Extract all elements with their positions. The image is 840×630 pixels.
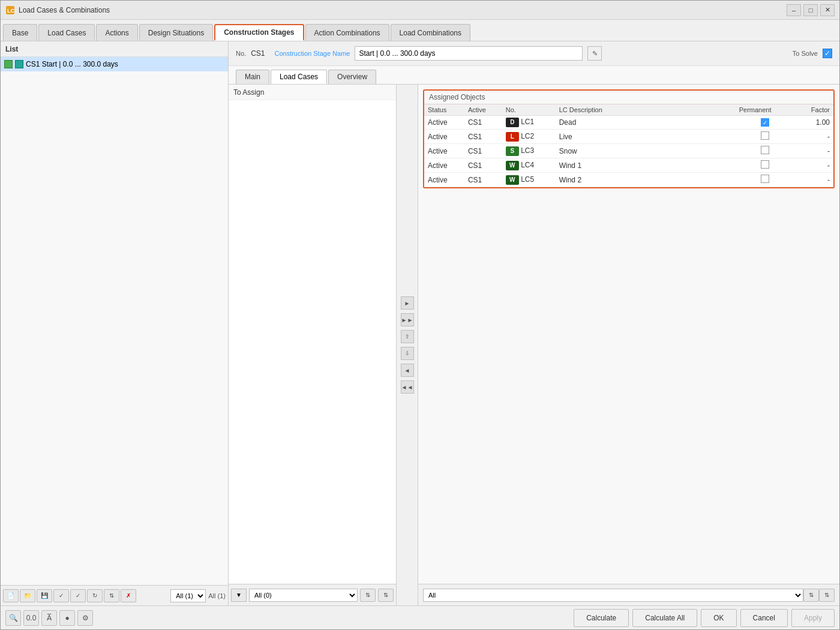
- table-row[interactable]: Active CS1 W LC4 Wind 1 -: [424, 158, 833, 173]
- assigned-sort1-button[interactable]: ⇅: [803, 589, 819, 602]
- footer-search-button[interactable]: 🔍: [5, 610, 21, 626]
- inner-tab-main[interactable]: Main: [236, 70, 269, 84]
- edit-button[interactable]: ✎: [587, 46, 602, 61]
- cell-badge: S LC3: [502, 144, 556, 158]
- minimize-button[interactable]: –: [787, 4, 801, 16]
- tab-construction-stages[interactable]: Construction Stages: [214, 24, 304, 41]
- move-all-left-button[interactable]: ◄◄: [401, 380, 414, 394]
- all-dropdown[interactable]: All (1): [170, 589, 206, 602]
- permanent-checkbox[interactable]: [761, 160, 769, 169]
- assigned-bottom: All ⇅ ⇅: [418, 584, 839, 605]
- move-up-button[interactable]: ⇧: [401, 330, 414, 343]
- col-status: Status: [424, 104, 464, 116]
- lc-badge: W: [506, 161, 519, 170]
- svg-text:LC: LC: [7, 8, 14, 14]
- cell-status: Active: [424, 130, 464, 144]
- move-left-button[interactable]: ◄: [401, 364, 414, 377]
- inner-tab-overview[interactable]: Overview: [328, 70, 376, 84]
- move-right-button[interactable]: ►: [401, 296, 414, 310]
- cs-solve-label: To Solve: [793, 50, 818, 57]
- list-content: CS1 Start | 0.0 ... 300.0 days: [1, 57, 228, 585]
- title-buttons: – □ ✕: [787, 4, 835, 16]
- cancel-button[interactable]: Cancel: [740, 609, 788, 627]
- permanent-checkbox-checked[interactable]: ✓: [761, 118, 769, 127]
- delete-button[interactable]: ✗: [121, 589, 136, 602]
- calculate-all-button[interactable]: Calculate All: [632, 609, 697, 627]
- table-row[interactable]: Active CS1 S LC3 Snow -: [424, 144, 833, 158]
- footer-gear-button[interactable]: ⚙: [77, 610, 93, 626]
- permanent-checkbox[interactable]: [761, 175, 769, 183]
- cell-permanent[interactable]: [736, 158, 795, 173]
- cell-badge: D LC1: [502, 116, 556, 130]
- lc-badge: D: [506, 118, 519, 127]
- list-item[interactable]: CS1 Start | 0.0 ... 300.0 days: [1, 57, 228, 71]
- refresh-button[interactable]: ↻: [87, 589, 103, 602]
- col-no: No.: [502, 104, 556, 116]
- restore-button[interactable]: □: [803, 4, 818, 16]
- cs-name-group: Construction Stage Name ✎: [274, 46, 602, 61]
- cell-permanent[interactable]: ✓: [736, 116, 795, 130]
- tab-load-combinations[interactable]: Load Combinations: [391, 24, 470, 41]
- cell-description: Wind 1: [556, 158, 736, 173]
- cell-active: CS1: [464, 130, 502, 144]
- cell-status: Active: [424, 173, 464, 187]
- apply-button[interactable]: Apply: [791, 609, 835, 627]
- table-row[interactable]: Active CS1 D LC1 Dead ✓ 1.00: [424, 116, 833, 130]
- cell-active: CS1: [464, 116, 502, 130]
- tab-design-situations[interactable]: Design Situations: [139, 24, 213, 41]
- close-button[interactable]: ✕: [820, 4, 835, 16]
- move-down-button[interactable]: ⇩: [401, 347, 414, 360]
- permanent-checkbox[interactable]: [761, 131, 769, 140]
- cs-name-label: Construction Stage Name: [274, 50, 350, 57]
- table-row[interactable]: Active CS1 L LC2 Live -: [424, 130, 833, 144]
- cs-solve-group: To Solve ✓: [793, 49, 832, 58]
- assigned-panel: Assigned Objects Status Active No. LC De…: [418, 85, 839, 605]
- filter-button[interactable]: ▼: [231, 589, 247, 602]
- table-row[interactable]: Active CS1 W LC5 Wind 2 -: [424, 173, 833, 187]
- assigned-sort2-button[interactable]: ⇅: [819, 589, 835, 602]
- cell-active: CS1: [464, 144, 502, 158]
- tab-actions[interactable]: Actions: [96, 24, 137, 41]
- cell-description: Dead: [556, 116, 736, 130]
- assign-panel: To Assign ▼ All (0) ⇅ ⇅: [229, 85, 397, 605]
- cell-status: Active: [424, 158, 464, 173]
- cell-badge: W LC5: [502, 173, 556, 187]
- ok-button[interactable]: OK: [701, 609, 736, 627]
- check2-button[interactable]: ✓: [70, 589, 86, 602]
- move-all-right-button[interactable]: ►►: [401, 313, 414, 326]
- cell-active: CS1: [464, 173, 502, 187]
- tab-base[interactable]: Base: [3, 24, 37, 41]
- open-button[interactable]: 📁: [20, 589, 35, 602]
- tab-load-cases[interactable]: Load Cases: [38, 24, 95, 41]
- cell-permanent[interactable]: [736, 173, 795, 187]
- tab-action-combinations[interactable]: Action Combinations: [305, 24, 389, 41]
- check-button[interactable]: ✓: [53, 589, 69, 602]
- two-panel-content: To Assign ▼ All (0) ⇅ ⇅ ► ►►: [229, 85, 839, 605]
- footer-text-button[interactable]: A̅: [41, 610, 57, 626]
- cell-permanent[interactable]: [736, 144, 795, 158]
- footer-dot-button[interactable]: ●: [59, 610, 75, 626]
- calculate-button[interactable]: Calculate: [574, 609, 629, 627]
- col-permanent: Permanent: [736, 104, 795, 116]
- col-active: Active: [464, 104, 502, 116]
- arrow-panel: ► ►► ⇧ ⇩ ◄ ◄◄: [397, 85, 418, 605]
- permanent-checkbox[interactable]: [761, 146, 769, 154]
- cs-name-input[interactable]: [355, 46, 583, 61]
- assign-sort1-button[interactable]: ⇅: [360, 589, 376, 602]
- inner-tab-load-cases[interactable]: Load Cases: [271, 70, 327, 84]
- footer-num-button[interactable]: 0.0: [23, 610, 39, 626]
- assign-header: To Assign: [229, 85, 396, 100]
- col-lc-desc: LC Description: [556, 104, 736, 116]
- sort-button[interactable]: ⇅: [104, 589, 119, 602]
- assigned-dropdown[interactable]: All: [423, 589, 803, 602]
- solve-checkbox[interactable]: ✓: [823, 49, 832, 58]
- assign-bottom: ▼ All (0) ⇅ ⇅: [229, 584, 396, 605]
- assign-sort2-button[interactable]: ⇅: [378, 589, 394, 602]
- left-panel: List CS1 Start | 0.0 ... 300.0 days 📄 📁 …: [1, 41, 229, 605]
- save-button[interactable]: 💾: [37, 589, 52, 602]
- cell-permanent[interactable]: [736, 130, 795, 144]
- new-button[interactable]: 📄: [3, 589, 19, 602]
- all-select: All (1) All (1): [170, 589, 226, 602]
- lc-badge: W: [506, 175, 519, 185]
- assign-dropdown[interactable]: All (0): [249, 589, 358, 602]
